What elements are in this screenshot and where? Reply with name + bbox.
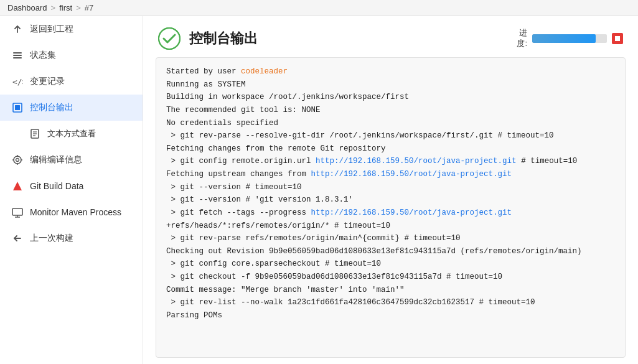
console-link[interactable]: http://192.168.159.50/root/java-project.…: [316, 157, 517, 166]
sidebar-item-compile-info[interactable]: 编辑编译信息: [0, 147, 143, 173]
console-output-label: 控制台输出: [30, 102, 73, 113]
monitor-maven-label: Monitor Maven Process: [30, 207, 121, 217]
last-build-icon: [11, 232, 24, 245]
console-line: > git rev-list --no-walk 1a23c1fd661fa42…: [166, 296, 615, 309]
sidebar-item-git-build-data[interactable]: Git Build Data: [0, 173, 143, 199]
console-link[interactable]: http://192.168.159.50/root/java-project.…: [311, 208, 512, 217]
page-title: 控制台输出: [189, 29, 258, 48]
compile-info-icon: [11, 154, 24, 166]
sidebar-item-change-records[interactable]: </>变更记录: [0, 68, 143, 95]
sidebar-item-last-build[interactable]: 上一次构建: [0, 225, 143, 251]
console-line: Building in workspace /root/.jenkins/wor…: [166, 91, 615, 104]
content-header-left: 控制台输出: [158, 27, 258, 50]
console-output[interactable]: Started by user codeleaderRunning as SYS…: [156, 57, 626, 358]
svg-point-11: [14, 156, 21, 164]
back-to-project-icon: [11, 23, 24, 35]
git-build-data-label: Git Build Data: [30, 181, 83, 191]
console-line: > git rev-parse --resolve-git-dir /root/…: [166, 129, 615, 142]
change-records-label: 变更记录: [30, 76, 65, 87]
svg-marker-17: [13, 182, 22, 190]
text-view-label: 文本方式查看: [47, 128, 96, 139]
console-line: No credentials specified: [166, 117, 615, 130]
sidebar-item-back-to-project[interactable]: 返回到工程: [0, 16, 143, 42]
svg-rect-2: [13, 55, 22, 56]
console-line: Fetching changes from the remote Git rep…: [166, 142, 615, 156]
console-line: The recommended git tool is: NONE: [166, 104, 615, 117]
console-line: > git rev-parse refs/remotes/origin/main…: [166, 232, 615, 245]
console-line: Parsing POMs: [166, 309, 615, 322]
breadcrumb-dashboard[interactable]: Dashboard: [7, 3, 47, 12]
content-header: 控制台输出 进度:: [143, 16, 638, 57]
console-line: > git checkout -f 9b9e056059bad06d108063…: [166, 271, 615, 284]
change-records-icon: </>: [11, 75, 24, 88]
sidebar-item-status-set[interactable]: 状态集: [0, 42, 143, 68]
console-line: +refs/heads/*:refs/remotes/origin/* # ti…: [166, 220, 615, 233]
breadcrumb-bar: Dashboard > first > #7: [0, 0, 638, 16]
last-build-label: 上一次构建: [30, 233, 73, 244]
breadcrumb-build: #7: [85, 3, 93, 12]
console-line: Checking out Revision 9b9e056059bad06d10…: [166, 245, 615, 258]
back-to-project-label: 返回到工程: [30, 24, 73, 35]
sidebar-item-monitor-maven[interactable]: Monitor Maven Process: [0, 199, 143, 225]
svg-point-12: [16, 159, 19, 162]
console-link[interactable]: codeleader: [241, 67, 288, 76]
console-line: > git config core.sparsecheckout # timeo…: [166, 258, 615, 271]
progress-bar-fill: [532, 34, 596, 43]
compile-info-label: 编辑编译信息: [30, 154, 82, 166]
status-set-label: 状态集: [30, 50, 56, 61]
svg-rect-3: [13, 57, 22, 58]
console-line: > git config remote.origin.url http://19…: [166, 155, 615, 168]
breadcrumb-project[interactable]: first: [59, 3, 72, 12]
sidebar: 返回到工程状态集</>变更记录控制台输出文本方式查看编辑编译信息Git Buil…: [0, 16, 143, 364]
stop-build-button[interactable]: [612, 33, 623, 44]
text-view-icon: [29, 128, 41, 140]
breadcrumb-sep-1: >: [51, 3, 56, 12]
content-area: 控制台输出 进度: Started by user codeleaderRunn…: [143, 16, 638, 364]
progress-label: 进度:: [517, 28, 527, 49]
console-line: Commit message: "Merge branch 'master' i…: [166, 284, 615, 297]
console-link[interactable]: http://192.168.159.50/root/java-project.…: [311, 170, 512, 179]
sidebar-item-text-view[interactable]: 文本方式查看: [0, 121, 143, 147]
main-layout: 返回到工程状态集</>变更记录控制台输出文本方式查看编辑编译信息Git Buil…: [0, 16, 638, 364]
breadcrumb-sep-2: >: [76, 3, 81, 12]
console-output-icon: [11, 101, 24, 114]
svg-text:</>: </>: [12, 77, 23, 86]
console-line: > git --version # 'git version 1.8.3.1': [166, 194, 615, 207]
console-line: > git --version # timeout=10: [166, 181, 615, 194]
status-set-icon: [11, 49, 24, 62]
console-line: Fetching upstream changes from http://19…: [166, 168, 615, 181]
monitor-maven-icon: [11, 206, 24, 218]
console-line: > git fetch --tags --progress http://192…: [166, 207, 615, 220]
sidebar-item-console-output[interactable]: 控制台输出: [0, 95, 143, 121]
console-line: Running as SYSTEM: [166, 78, 615, 91]
console-line: Started by user codeleader: [166, 65, 615, 78]
svg-rect-18: [12, 208, 22, 215]
svg-rect-6: [15, 105, 20, 110]
progress-section: 进度:: [517, 28, 623, 49]
svg-rect-1: [13, 52, 22, 54]
git-build-data-icon: [11, 180, 24, 192]
progress-bar: [532, 34, 607, 43]
success-check-icon: [158, 27, 181, 50]
